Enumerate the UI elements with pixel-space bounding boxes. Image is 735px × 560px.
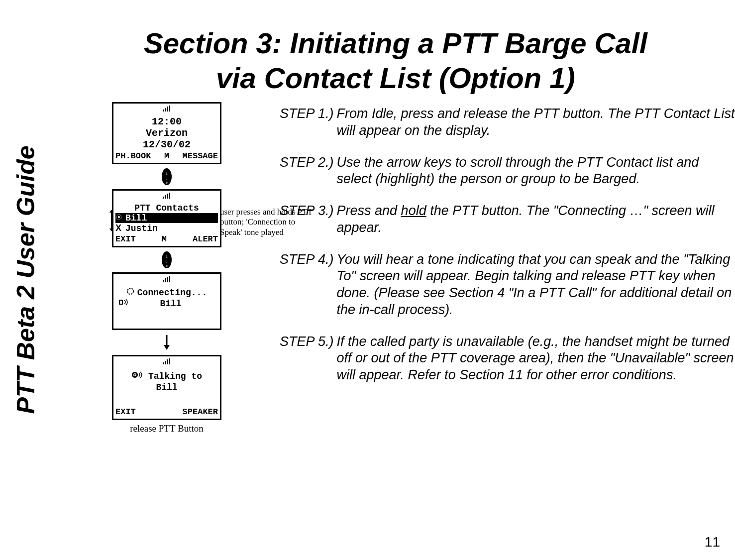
connecting-status: Connecting... [137,288,207,298]
contacts-softkey-left[interactable]: EXIT [115,234,136,244]
step-2: STEP 2.) Use the arrow keys to scroll th… [280,154,735,188]
step-5-text: If the called party is unavailable (e.g.… [337,334,735,384]
idle-softkey-mid[interactable]: M [164,151,169,161]
svg-rect-24 [169,276,170,282]
contact-name-1: Bill [125,213,147,223]
svg-rect-9 [165,195,166,199]
presence-available-icon [115,213,123,223]
step-3: STEP 3.) Press and hold the PTT button. … [280,203,735,236]
talking-screen: Talking to Bill EXIT SPEAKER [112,355,221,420]
page-number: 11 [705,534,720,550]
talking-speaker-icon [131,371,144,381]
signal-icon [162,193,172,199]
signal-icon [162,106,172,112]
contact-row[interactable]: X Justin [115,223,218,233]
svg-rect-30 [163,362,164,364]
svg-rect-8 [163,197,164,199]
svg-point-13 [118,216,120,218]
svg-rect-31 [165,361,166,364]
contacts-header: PTT Contacts [113,203,220,213]
svg-text:↓: ↓ [166,176,168,181]
scroll-arrows-icon [108,210,114,234]
svg-marker-16 [109,228,113,231]
svg-rect-10 [167,194,168,199]
page-title: Section 3: Initiating a PTT Barge Call v… [60,26,732,95]
release-caption: release PTT Button [130,423,203,434]
talking-status: Talking to [148,371,202,381]
signal-icon [162,276,172,282]
signal-icon [162,358,172,364]
spinner-icon [126,287,134,298]
step-1: STEP 1.) From Idle, press and release th… [280,106,735,139]
contact-row-selected[interactable]: Bill [115,213,218,223]
svg-point-36 [134,374,135,376]
connecting-name: Bill [132,299,220,309]
svg-rect-1 [165,108,166,112]
presence-unavailable-icon: X [115,223,123,233]
idle-softkey-right[interactable]: MESSAGE [183,151,218,161]
step-3-underline: hold [401,203,426,218]
contacts-softkey-mid[interactable]: M [162,234,167,244]
title-line-1: Section 3: Initiating a PTT Barge Call [60,26,732,61]
idle-time: 12:00 [113,116,220,127]
flow-arrow-3 [163,335,171,352]
connecting-screen: Connecting... Bill [112,272,221,330]
step-4-label: STEP 4.) [280,251,334,319]
step-5-label: STEP 5.) [280,334,334,384]
svg-text:b: b [166,264,168,268]
steps-list: STEP 1.) From Idle, press and release th… [280,106,735,384]
svg-rect-23 [167,277,168,282]
contact-name-2: Justin [125,224,158,233]
svg-text:↓: ↓ [166,259,168,264]
svg-rect-2 [167,107,168,112]
phone-speaker-icon [118,298,129,308]
step-3-pre: Press and [337,203,401,218]
svg-rect-27 [120,301,122,304]
step-3-label: STEP 3.) [280,203,334,236]
sidebar-title: PTT Beta 2 User Guide [11,145,40,414]
svg-rect-21 [163,280,164,282]
talking-softkey-right[interactable]: SPEAKER [183,407,218,417]
svg-rect-32 [167,359,168,364]
step-5: STEP 5.) If the called party is unavaila… [280,334,735,384]
phone-screen-flow: 12:00 Verizon 12/30/02 PH.BOOK M MESSAGE… [102,102,231,434]
idle-date: 12/30/02 [113,139,220,150]
idle-softkey-left[interactable]: PH.BOOK [115,151,151,161]
svg-text:1: 1 [166,254,168,259]
idle-carrier: Verizon [113,127,220,139]
svg-text:1: 1 [166,171,168,176]
svg-rect-22 [165,278,166,282]
talking-name: Bill [113,382,220,392]
contacts-softkey-right[interactable]: ALERT [193,234,218,244]
svg-point-25 [127,288,133,294]
title-line-2: via Contact List (Option 1) [60,61,732,96]
idle-screen: 12:00 Verizon 12/30/02 PH.BOOK M MESSAGE [112,102,221,164]
sidebar: PTT Beta 2 User Guide [0,0,55,560]
flow-arrow-2: 1↓b [162,251,172,270]
svg-rect-0 [163,110,164,112]
svg-marker-14 [109,210,113,213]
svg-marker-29 [164,345,170,350]
step-3-text: Press and hold the PTT button. The "Conn… [337,203,735,236]
step-2-label: STEP 2.) [280,154,334,188]
contacts-screen: PTT Contacts Bill X Justin EXIT M ALERT [112,189,221,247]
svg-rect-11 [169,193,170,199]
flow-arrow-1: 1↓b [162,168,172,187]
svg-rect-3 [169,106,170,112]
step-4-text: You will hear a tone indicating that you… [337,251,735,319]
step-1-label: STEP 1.) [280,106,334,139]
step-4: STEP 4.) You will hear a tone indicating… [280,251,735,319]
step-2-text: Use the arrow keys to scroll through the… [337,154,735,188]
svg-rect-33 [169,358,170,364]
step-1-text: From Idle, press and release the PTT but… [337,106,735,139]
svg-text:b: b [166,181,168,185]
talking-softkey-left[interactable]: EXIT [115,407,136,417]
